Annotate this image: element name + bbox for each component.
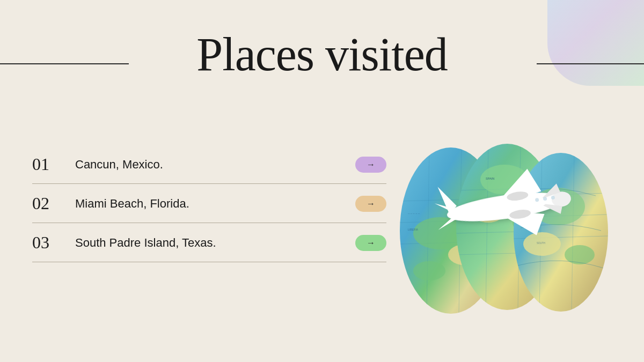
svg-point-35 <box>565 245 595 264</box>
collage-svg: -- -- -- -- -- LIBERIA SPAIN EUROPE CANA… <box>397 137 612 330</box>
places-list: 01 Cancun, Mexico. → 02 Miami Beach, Flo… <box>32 145 386 262</box>
list-item: 02 Miami Beach, Florida. → <box>32 184 386 223</box>
place-number-1: 01 <box>32 154 75 174</box>
list-item: 01 Cancun, Mexico. → <box>32 145 386 184</box>
place-name-3: South Padre Island, Texas. <box>75 236 355 250</box>
arrow-icon-1: → <box>367 160 375 169</box>
arrow-button-3[interactable]: → <box>355 235 386 251</box>
arrow-icon-3: → <box>367 238 375 248</box>
svg-text:SPAIN: SPAIN <box>486 177 494 180</box>
page-title: Places visited <box>0 31 644 78</box>
arrow-button-1[interactable]: → <box>355 157 386 173</box>
svg-text:-- -- -- -- --: -- -- -- -- -- <box>408 212 420 215</box>
place-name-2: Miami Beach, Florida. <box>75 197 355 211</box>
place-name-1: Cancun, Mexico. <box>75 158 355 172</box>
place-number-2: 02 <box>32 194 75 213</box>
svg-point-11 <box>413 261 445 280</box>
image-collage: -- -- -- -- -- LIBERIA SPAIN EUROPE CANA… <box>397 137 612 330</box>
arrow-button-2[interactable]: → <box>355 196 386 212</box>
list-item: 03 South Padre Island, Texas. → <box>32 223 386 262</box>
place-number-3: 03 <box>32 233 75 253</box>
svg-text:SOUTH: SOUTH <box>537 242 545 245</box>
arrow-icon-2: → <box>367 199 375 209</box>
svg-text:LIBERIA: LIBERIA <box>408 228 419 231</box>
